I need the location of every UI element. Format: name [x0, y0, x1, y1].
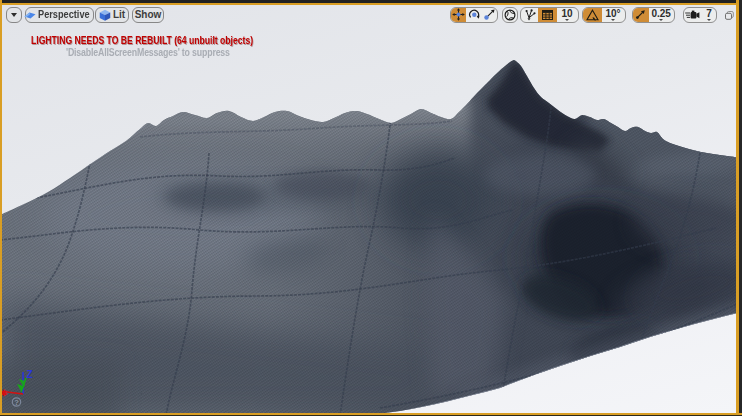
- svg-text:Z: Z: [27, 369, 33, 380]
- svg-text:?: ?: [14, 398, 19, 407]
